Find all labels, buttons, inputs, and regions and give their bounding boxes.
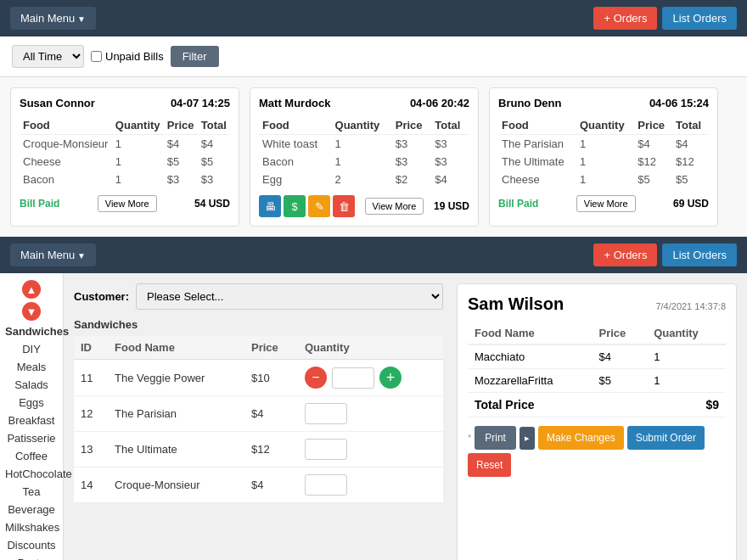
quantity-input[interactable] xyxy=(305,403,347,424)
order-datetime: 04-07 14:25 xyxy=(171,97,230,109)
food-name: The Veggie Power xyxy=(108,360,244,396)
food-price: $4 xyxy=(244,396,298,432)
print-button[interactable]: Print xyxy=(475,426,516,450)
order-item-row: Croque-Monsieur 1 $4 $4 xyxy=(20,135,230,154)
item-price: $5 xyxy=(634,171,672,188)
quantity-input[interactable] xyxy=(332,367,374,389)
sidebar-item-eggs[interactable]: Eggs xyxy=(0,394,63,412)
bill-paid-status: Bill Paid xyxy=(20,198,59,210)
make-changes-button[interactable]: Make Changes xyxy=(538,426,624,450)
sidebar-scroll-down-button[interactable]: ▼ xyxy=(22,302,41,321)
sidebar-item-diy[interactable]: DIY xyxy=(0,340,63,358)
food-name: Croque-Monsieur xyxy=(108,468,244,503)
item-qty: 2 xyxy=(332,171,392,188)
item-food: Cheese xyxy=(20,153,112,171)
action-row: * Print ▸ Make Changes Submit Order Rese… xyxy=(468,426,726,477)
edit-action-button[interactable]: ✎ xyxy=(308,195,330,217)
order-total: 69 USD xyxy=(673,198,709,210)
food-quantity-cell xyxy=(298,396,443,432)
plus-button[interactable]: + xyxy=(379,367,402,389)
order-item-row: The Ultimate 1 $12 $12 xyxy=(498,153,709,171)
sidebar-item-milkshakes[interactable]: Milkshakes xyxy=(0,518,63,536)
unpaid-bills-checkbox[interactable] xyxy=(91,51,102,62)
filter-bar: All Time Unpaid Bills Filter xyxy=(0,36,747,77)
list-orders-button[interactable]: List Orders xyxy=(662,7,737,30)
item-qty: 1 xyxy=(332,135,392,154)
minus-button[interactable]: − xyxy=(305,367,327,389)
order-card-header: Matt Murdock 04-06 20:42 xyxy=(259,97,469,109)
order-total: 19 USD xyxy=(434,200,469,212)
list-orders-button-2[interactable]: List Orders xyxy=(662,244,737,266)
main-menu-button-2[interactable]: Main Menu xyxy=(10,244,96,266)
sidebar-item-beverage[interactable]: Beverage xyxy=(0,501,63,518)
quantity-input[interactable] xyxy=(305,474,347,496)
pay-action-button[interactable]: $ xyxy=(284,195,306,217)
order-item-row: Bacon 1 $3 $3 xyxy=(20,171,230,188)
reset-button[interactable]: Reset xyxy=(468,453,511,477)
top-bar-2: Main Menu + Orders List Orders xyxy=(0,237,747,273)
orders-button[interactable]: + Orders xyxy=(593,7,657,30)
sidebar-item-salads[interactable]: Salads xyxy=(0,376,63,394)
order-col-quantity: Quantity xyxy=(647,322,726,344)
detail-qty: 1 xyxy=(647,369,726,393)
col-food: Food xyxy=(498,116,576,135)
orders-section: Susan Connor 04-07 14:25 Food Quantity P… xyxy=(0,77,747,237)
order-table: Food Quantity Price Total The Parisian 1… xyxy=(498,116,709,188)
item-price: $5 xyxy=(164,153,198,171)
order-total: 54 USD xyxy=(194,198,230,210)
item-qty: 1 xyxy=(112,153,164,171)
view-more-button[interactable]: View More xyxy=(98,195,157,212)
item-total: $4 xyxy=(672,135,709,154)
total-price-label: Total Price xyxy=(468,393,647,417)
main-menu-button[interactable]: Main Menu xyxy=(10,7,96,30)
item-qty: 1 xyxy=(112,171,164,188)
filter-button[interactable]: Filter xyxy=(171,46,219,67)
sidebar-item-breakfast[interactable]: Breakfast xyxy=(0,412,63,429)
sidebar-item-patisserie[interactable]: Patisserie xyxy=(0,429,63,447)
bill-paid-status: Bill Paid xyxy=(498,198,538,210)
col-price: Price xyxy=(392,116,432,135)
food-id: 13 xyxy=(74,432,108,468)
orders-button-2[interactable]: + Orders xyxy=(593,244,657,266)
quantity-cell: − + xyxy=(305,367,436,389)
item-qty: 1 xyxy=(576,135,634,154)
col-price: Price xyxy=(164,116,198,135)
item-food: The Ultimate xyxy=(498,153,576,171)
food-table: ID Food Name Price Quantity 11 The Veggi… xyxy=(74,336,443,503)
view-more-button[interactable]: View More xyxy=(365,198,424,215)
order-card-footer: Bill Paid View More 54 USD xyxy=(20,195,230,212)
view-more-button[interactable]: View More xyxy=(576,195,636,212)
sidebar-item-hotchocolate[interactable]: HotChocolate xyxy=(0,465,63,483)
sidebar-item-pasta[interactable]: Pasta xyxy=(0,554,63,560)
order-customer-name: Bruno Denn xyxy=(498,97,561,109)
col-food: Food xyxy=(259,116,332,135)
time-filter-select[interactable]: All Time xyxy=(12,45,84,68)
category-label: Sandwiches xyxy=(74,318,443,331)
col-quantity: Quantity xyxy=(332,116,392,135)
top-bar-actions: + Orders List Orders xyxy=(593,7,737,30)
sidebar-scroll-up-button[interactable]: ▲ xyxy=(22,280,41,299)
order-detail-row: Macchiato $4 1 xyxy=(468,344,726,369)
sidebar-item-discounts[interactable]: Discounts xyxy=(0,536,63,554)
print-action-button[interactable]: 🖶 xyxy=(259,195,281,217)
print-arrow-button[interactable]: ▸ xyxy=(520,427,535,450)
item-price: $2 xyxy=(392,171,432,188)
sidebar-item-sandwiches[interactable]: Sandwiches xyxy=(0,322,63,340)
order-col-price: Price xyxy=(593,322,648,344)
detail-price: $4 xyxy=(593,344,648,369)
quantity-input[interactable] xyxy=(305,439,347,460)
sidebar-item-tea[interactable]: Tea xyxy=(0,483,63,501)
submit-order-button[interactable]: Submit Order xyxy=(627,426,705,450)
customer-select[interactable]: Please Select... xyxy=(136,283,443,310)
food-id: 11 xyxy=(74,360,108,396)
sidebar-item-meals[interactable]: Meals xyxy=(0,358,63,376)
item-price: $4 xyxy=(164,135,198,154)
delete-action-button[interactable]: 🗑 xyxy=(333,195,355,217)
order-table: Food Quantity Price Total White toast 1 … xyxy=(259,116,469,188)
right-panel: Sam Wilson 7/4/2021 14:37:8 Food Name Pr… xyxy=(457,283,737,560)
item-price: $3 xyxy=(164,171,198,188)
sidebar-item-coffee[interactable]: Coffee xyxy=(0,447,63,465)
col-food: Food xyxy=(20,116,112,135)
food-id: 14 xyxy=(74,468,108,503)
food-table-row: 13 The Ultimate $12 xyxy=(74,432,443,468)
